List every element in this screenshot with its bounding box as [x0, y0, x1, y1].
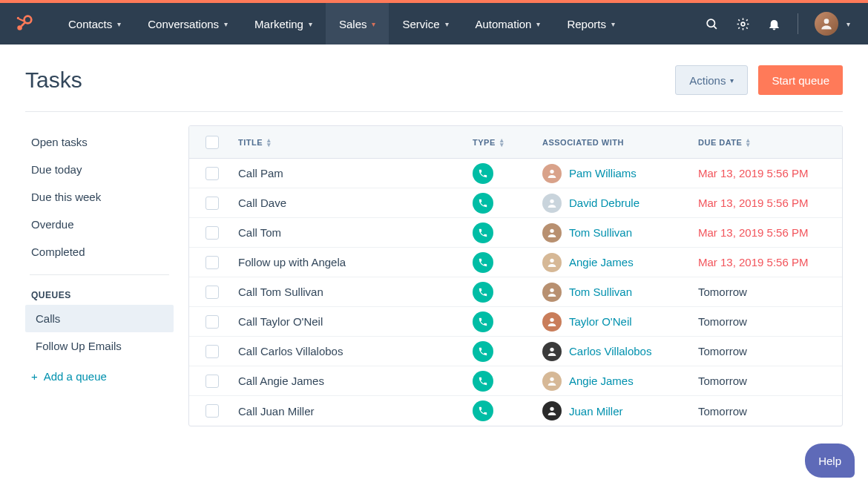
svg-point-7 [741, 22, 745, 26]
nav-item-automation[interactable]: Automation▾ [462, 3, 554, 44]
sort-icon: ▴▾ [746, 138, 751, 147]
row-checkbox[interactable] [206, 256, 219, 269]
nav-item-sales[interactable]: Sales▾ [326, 3, 389, 44]
plus-icon: + [31, 370, 38, 383]
call-icon [473, 371, 493, 392]
task-title: Call Carlos Villalobos [238, 345, 473, 357]
tasks-table: TITLE ▴▾ TYPE ▴▾ ASSOCIATED WITH DUE DAT… [188, 125, 843, 426]
svg-point-17 [550, 407, 553, 411]
notifications-bell-icon[interactable] [766, 16, 781, 31]
sidebar-filter-due-this-week[interactable]: Due this week [25, 183, 174, 211]
person-link[interactable]: Angie James [569, 256, 634, 268]
person-avatar [542, 164, 562, 183]
sort-icon: ▴▾ [267, 138, 272, 147]
help-button[interactable]: Help [805, 444, 855, 478]
due-date: Tomorrow [698, 375, 826, 387]
table-row[interactable]: Call DaveDavid DebruleMar 13, 2019 5:56 … [189, 188, 842, 218]
row-checkbox[interactable] [206, 345, 219, 358]
svg-point-12 [550, 258, 553, 262]
column-header-associated[interactable]: ASSOCIATED WITH [542, 138, 698, 147]
queue-item-follow-up-emails[interactable]: Follow Up Emails [25, 332, 174, 360]
profile-menu[interactable]: ▾ [815, 12, 850, 36]
call-icon [473, 400, 493, 421]
table-row[interactable]: Call Carlos VillalobosCarlos VillalobosT… [189, 337, 842, 366]
row-checkbox[interactable] [206, 375, 219, 388]
sidebar-divider [30, 274, 169, 275]
sidebar-filter-open-tasks[interactable]: Open tasks [25, 128, 174, 156]
table-row[interactable]: Call TomTom SullivanMar 13, 2019 5:56 PM [189, 218, 842, 248]
svg-point-10 [550, 199, 553, 202]
person-avatar [542, 253, 562, 272]
person-avatar [542, 223, 562, 243]
person-link[interactable]: Tom Sullivan [569, 226, 632, 239]
table-header-row: TITLE ▴▾ TYPE ▴▾ ASSOCIATED WITH DUE DAT… [189, 126, 842, 159]
table-row[interactable]: Call Tom SullivanTom SullivanTomorrow [189, 277, 842, 307]
svg-line-6 [714, 26, 717, 29]
sort-icon: ▴▾ [500, 138, 504, 147]
task-title: Call Angie James [238, 375, 473, 387]
row-checkbox[interactable] [206, 197, 219, 210]
column-header-title[interactable]: TITLE ▴▾ [238, 138, 473, 147]
table-row[interactable]: Call Angie JamesAngie JamesTomorrow [189, 366, 842, 396]
person-link[interactable]: Angie James [569, 375, 634, 387]
hubspot-logo-icon[interactable] [13, 13, 34, 34]
person-avatar [542, 401, 562, 421]
nav-item-reports[interactable]: Reports▾ [553, 3, 628, 44]
sidebar-filter-overdue[interactable]: Overdue [25, 211, 174, 238]
table-row[interactable]: Call PamPam WilliamsMar 13, 2019 5:56 PM [189, 159, 842, 188]
due-date: Tomorrow [698, 405, 826, 418]
row-checkbox[interactable] [206, 404, 219, 418]
due-date: Mar 13, 2019 5:56 PM [698, 167, 826, 179]
person-avatar [542, 312, 562, 332]
chevron-down-icon: ▾ [224, 20, 228, 28]
person-link[interactable]: Tom Sullivan [569, 286, 632, 298]
person-link[interactable]: Juan Miller [569, 405, 623, 418]
call-icon [473, 311, 493, 332]
queue-item-calls[interactable]: Calls [25, 305, 174, 332]
svg-point-13 [550, 288, 553, 291]
person-avatar [542, 372, 562, 391]
nav-item-contacts[interactable]: Contacts▾ [55, 3, 134, 44]
add-queue-button[interactable]: + Add a queue [25, 360, 174, 393]
person-link[interactable]: Taylor O'Neil [569, 315, 632, 328]
column-header-type[interactable]: TYPE ▴▾ [473, 138, 542, 147]
chevron-down-icon: ▾ [536, 20, 540, 28]
row-checkbox[interactable] [206, 315, 219, 329]
task-title: Call Juan Miller [238, 405, 473, 418]
actions-button-label: Actions [689, 74, 726, 87]
due-date: Mar 13, 2019 5:56 PM [698, 256, 826, 268]
nav-item-service[interactable]: Service▾ [389, 3, 461, 44]
search-icon[interactable] [704, 16, 719, 31]
svg-point-16 [550, 377, 553, 380]
actions-dropdown-button[interactable]: Actions ▾ [675, 65, 748, 95]
column-header-due[interactable]: DUE DATE ▴▾ [698, 138, 826, 147]
settings-gear-icon[interactable] [735, 16, 750, 31]
chevron-down-icon: ▾ [611, 20, 615, 28]
table-row[interactable]: Call Taylor O'NeilTaylor O'NeilTomorrow [189, 307, 842, 337]
start-queue-button[interactable]: Start queue [758, 65, 843, 95]
due-date: Tomorrow [698, 345, 826, 357]
nav-divider [798, 13, 798, 34]
person-avatar [542, 194, 562, 213]
nav-item-conversations[interactable]: Conversations▾ [134, 3, 241, 44]
row-checkbox[interactable] [206, 226, 219, 240]
due-date: Tomorrow [698, 315, 826, 328]
row-checkbox[interactable] [206, 286, 219, 299]
table-row[interactable]: Follow up with AngelaAngie JamesMar 13, … [189, 248, 842, 277]
sidebar-filter-completed[interactable]: Completed [25, 238, 174, 266]
person-link[interactable]: Carlos Villalobos [569, 345, 651, 357]
sidebar-filter-due-today[interactable]: Due today [25, 156, 174, 183]
due-date: Tomorrow [698, 286, 826, 298]
call-icon [473, 193, 493, 214]
table-row[interactable]: Call Juan MillerJuan MillerTomorrow [189, 396, 842, 426]
select-all-checkbox[interactable] [206, 136, 219, 149]
row-checkbox[interactable] [206, 167, 219, 180]
sidebar: Open tasksDue todayDue this weekOverdueC… [25, 125, 174, 426]
caret-down-icon: ▾ [730, 76, 734, 85]
svg-point-9 [550, 169, 553, 173]
person-avatar [542, 283, 562, 302]
page-header: Tasks Actions ▾ Start queue [25, 65, 843, 112]
nav-item-marketing[interactable]: Marketing▾ [241, 3, 326, 44]
person-link[interactable]: David Debrule [569, 197, 640, 209]
person-link[interactable]: Pam Williams [569, 167, 637, 179]
